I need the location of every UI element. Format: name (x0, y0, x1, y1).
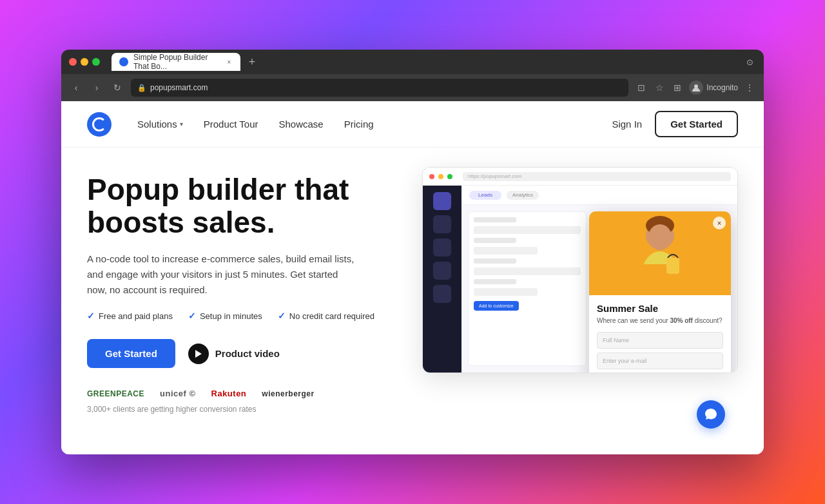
chat-button[interactable] (697, 400, 725, 429)
more-options-icon[interactable]: ⋮ (743, 81, 756, 94)
nav-links: Solutions ▾ Product Tour Showcase Pricin… (137, 119, 612, 130)
chevron-down-icon: ▾ (180, 121, 183, 128)
mockup-main: Leads Analytics (461, 186, 737, 373)
page-content: Solutions ▾ Product Tour Showcase Pricin… (61, 101, 764, 454)
panel-row-7 (474, 279, 516, 284)
browser-menu-icon[interactable]: ⊞ (671, 81, 684, 94)
refresh-button[interactable]: ↻ (110, 81, 124, 95)
popup-close-button[interactable]: × (713, 217, 726, 229)
popup-image-area: × (589, 211, 731, 295)
nav-product-tour[interactable]: Product Tour (204, 119, 258, 130)
popup-title: Summer Sale (597, 303, 723, 314)
mockup-close (429, 174, 434, 179)
product-video-button[interactable]: Product video (188, 344, 280, 364)
mockup-button-1[interactable]: Add to customize (474, 301, 519, 311)
discount-text: 30% off (670, 317, 693, 324)
popup-field-email[interactable]: Enter your e-mail (597, 353, 723, 369)
logo-icon (92, 117, 106, 131)
wienerberger-logo: wienerberger (262, 389, 314, 398)
mockup-sidebar (423, 186, 461, 373)
app-mockup: https://popupsmart.com (422, 167, 738, 373)
url-text: popupsmart.com (150, 83, 208, 92)
panel-row-1 (474, 217, 516, 222)
close-window-button[interactable] (69, 58, 77, 66)
popup-subtitle: Where can we send your 30% off discount? (597, 316, 723, 325)
lock-icon: 🔒 (137, 84, 146, 92)
traffic-lights (69, 58, 100, 66)
badge-setup: ✓ Setup in minutes (188, 311, 262, 321)
cast-icon[interactable]: ⊡ (635, 81, 648, 94)
mockup-minimize (438, 174, 443, 179)
topbar-pill-2: Analytics (507, 191, 539, 200)
popup-email-placeholder: Enter your e-mail (603, 358, 647, 364)
sidebar-item-4 (433, 262, 451, 280)
get-started-cta-button[interactable]: Get Started (87, 339, 175, 368)
svg-point-5 (648, 224, 672, 250)
browser-titlebar: Simple Popup Builder That Bo... × + ⊙ (61, 50, 764, 74)
badge-no-card: ✓ No credit card required (278, 311, 374, 321)
tab-close-button[interactable]: × (226, 57, 233, 66)
new-tab-button[interactable]: + (243, 53, 261, 71)
check-icon-1: ✓ (87, 311, 95, 321)
topbar-pill-1: Leads (469, 191, 501, 200)
rakuten-logo: Rakuten (211, 389, 247, 398)
logo[interactable] (87, 112, 112, 137)
popup-overlay: × Summer Sale Where can we send your 30%… (589, 211, 731, 373)
client-logos: GREENPEACE unicef © Rakuten wienerberger (87, 389, 396, 398)
get-started-nav-button[interactable]: Get Started (655, 111, 738, 137)
panel-row-6 (474, 267, 581, 275)
toolbar-right: ⊡ ☆ ⊞ Incognito ⋮ (635, 81, 756, 95)
nav-pricing[interactable]: Pricing (344, 119, 374, 130)
site-nav: Solutions ▾ Product Tour Showcase Pricin… (61, 101, 764, 148)
browser-toolbar: ‹ › ↻ 🔒 popupsmart.com ⊡ ☆ ⊞ Incognito ⋮ (61, 74, 764, 101)
mockup-panel-left: Add to customize (468, 211, 587, 366)
hero-badges: ✓ Free and paid plans ✓ Setup in minutes… (87, 311, 396, 321)
maximize-window-button[interactable] (92, 58, 100, 66)
check-icon-3: ✓ (278, 311, 286, 321)
badge-free-plans-label: Free and paid plans (99, 311, 173, 321)
expand-button[interactable]: ⊙ (743, 55, 756, 68)
tab-favicon (119, 57, 128, 66)
hero-cta: Get Started Product video (87, 339, 396, 368)
badge-free-plans: ✓ Free and paid plans (87, 311, 173, 321)
nav-showcase[interactable]: Showcase (279, 119, 324, 130)
client-tagline: 3,000+ clients are getting higher conver… (87, 405, 396, 414)
mockup-titlebar: https://popupsmart.com (423, 168, 737, 186)
panel-row-5 (474, 258, 516, 264)
greenpeace-logo: GREENPEACE (87, 389, 144, 398)
check-icon-2: ✓ (188, 311, 196, 321)
incognito-avatar (689, 81, 703, 95)
panel-row-2 (474, 226, 581, 234)
nav-actions: Sign In Get Started (612, 111, 738, 137)
forward-button[interactable]: › (90, 81, 104, 95)
incognito-badge: Incognito (689, 81, 738, 95)
svg-rect-6 (631, 264, 689, 295)
hero-left: Popup builder that boosts sales. A no-co… (87, 167, 396, 441)
popup-body: Summer Sale Where can we send your 30% o… (589, 295, 731, 373)
address-bar[interactable]: 🔒 popupsmart.com (131, 79, 628, 97)
mockup-topbar: Leads Analytics (461, 186, 737, 205)
incognito-label: Incognito (706, 83, 738, 92)
back-button[interactable]: ‹ (69, 81, 83, 95)
active-tab[interactable]: Simple Popup Builder That Bo... × (112, 53, 240, 71)
bookmark-icon[interactable]: ☆ (653, 81, 666, 94)
panel-row-4 (474, 247, 538, 255)
popup-person-svg (631, 213, 689, 295)
tab-bar: Simple Popup Builder That Bo... × + (112, 53, 738, 71)
unicef-logo: unicef © (160, 389, 195, 398)
hero-title: Popup builder that boosts sales. (87, 173, 396, 238)
sidebar-item-5 (433, 285, 451, 303)
mockup-url: https://popupsmart.com (468, 173, 522, 179)
sign-in-button[interactable]: Sign In (612, 119, 642, 130)
popup-name-placeholder: Full Name (603, 337, 629, 344)
minimize-window-button[interactable] (81, 58, 88, 66)
browser-window: Simple Popup Builder That Bo... × + ⊙ ‹ … (61, 50, 764, 454)
nav-solutions[interactable]: Solutions ▾ (137, 119, 183, 130)
play-icon (188, 344, 209, 364)
svg-rect-7 (666, 258, 679, 274)
popup-field-name[interactable]: Full Name (597, 332, 723, 349)
panel-row-3 (474, 238, 516, 243)
hero-right: https://popupsmart.com (422, 167, 738, 441)
mockup-maximize (447, 174, 452, 179)
sidebar-item-1 (433, 192, 451, 210)
